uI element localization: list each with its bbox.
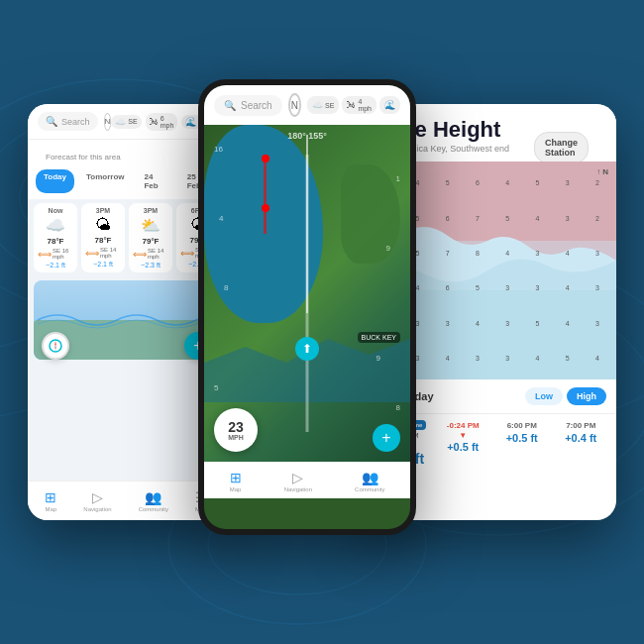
community-icon-mid: 👥 [362, 470, 378, 485]
compass-small[interactable]: N [104, 113, 112, 131]
wind-speed-3pm1: SE 14 mph [100, 247, 121, 259]
time-now: Now [49, 207, 63, 214]
wind-speed-now: SE 16 mph [53, 248, 73, 260]
tide-n3: 5 [433, 165, 463, 200]
community-label: Community [139, 506, 168, 512]
boundary-line [264, 155, 267, 234]
tide-n22: 3 [522, 236, 552, 270]
waypoint-1 [262, 155, 269, 162]
community-label-mid: Community [355, 486, 384, 492]
map-header: 🔍 Search N ☁️ SE 🌬 4 mph 🌊 [204, 85, 410, 125]
tide-n38: 5 [522, 306, 552, 341]
map-nav-icon: ⊞ [45, 489, 56, 505]
map-wind-text: 4 mph [358, 98, 372, 112]
map-screen: 🔍 Search N ☁️ SE 🌬 4 mph 🌊 [198, 79, 416, 535]
tide-height-2: +0.5 ft [447, 441, 479, 453]
tab-today[interactable]: Today [36, 169, 74, 193]
speed-number: 23 [228, 420, 244, 434]
grid-num-5: 8 [224, 283, 228, 292]
wind-speed-3pm2: SE 14 mph [148, 248, 168, 260]
icon-cloud-now: ☁️ [46, 216, 65, 235]
tide-n39: 4 [553, 306, 583, 341]
nav-nav-mid[interactable]: ▷ Navigation [284, 470, 312, 492]
wind-3pm1: ⟺ SE 14 mph [85, 247, 121, 259]
tide-n6: 5 [522, 165, 552, 200]
tide-n47: 5 [553, 341, 583, 376]
map-search-text: Search [241, 100, 272, 111]
tide-height-4: +0.4 ft [565, 432, 596, 444]
tide-n43: 4 [433, 341, 463, 376]
tab-24feb[interactable]: 24 Feb [136, 169, 174, 193]
icon-cloud-3pm2: ⛅ [141, 216, 161, 235]
grid-num-2: 1 [396, 174, 400, 183]
svg-marker-9 [54, 341, 56, 346]
grid-num-3: 4 [219, 214, 223, 223]
map-search-icon: 🔍 [224, 100, 236, 111]
tide-n15: 3 [553, 201, 583, 236]
low-button[interactable]: Low [525, 387, 563, 405]
compass-map[interactable]: N [288, 93, 301, 117]
weather-cell-3pm1: 3PM 🌤 78°F ⟺ SE 14 mph ~2.1 ft [81, 203, 125, 272]
cloud-badge: ☁️ SE [111, 115, 141, 129]
tide-time-2: -0:24 PM [447, 421, 480, 430]
tide-n45: 3 [492, 341, 522, 376]
tide-n4: 6 [463, 165, 492, 200]
grid-num-7: 5 [214, 383, 218, 392]
nav-navigation-left[interactable]: ▷ Navigation [83, 489, 111, 512]
nav-map-left[interactable]: ⊞ Map [45, 489, 56, 512]
nav-nav-label: Navigation [83, 506, 111, 512]
map-tide-badge: 🌊 [379, 96, 400, 114]
nav-community-mid[interactable]: 👥 Community [355, 470, 384, 492]
tide-n11: 6 [433, 201, 463, 236]
tab-tomorrow[interactable]: Tomorrow [78, 169, 133, 193]
tide-n19: 7 [433, 236, 463, 270]
grid-num-8: 8 [396, 403, 400, 412]
tide-n16: 2 [583, 201, 612, 236]
nav-map-mid[interactable]: ⊞ Map [230, 470, 242, 492]
map-weather-badges: ☁️ SE 🌬 4 mph 🌊 [307, 96, 400, 114]
wind-arrow-6pm: ⟺ [180, 248, 194, 259]
compass-button[interactable] [42, 332, 69, 360]
waypoint-2 [262, 204, 269, 212]
temp-3pm2: 79°F [143, 237, 160, 246]
nav-icon-mid: ▷ [292, 470, 303, 485]
speed-unit: MPH [228, 434, 244, 441]
high-button[interactable]: High [567, 387, 606, 405]
tide-n29: 3 [492, 270, 522, 305]
grid-num-6: 9 [376, 354, 380, 363]
tide-cell-3: 6:00 PM +0.5 ft [494, 420, 550, 467]
tide-n46: 4 [522, 341, 552, 376]
map-tide-icon: 🌊 [384, 100, 395, 110]
wind-3pm2: ⟺ SE 14 mph [133, 248, 168, 260]
tide-n37: 3 [492, 306, 522, 341]
tide-n5: 4 [492, 165, 522, 200]
compass-label: N [105, 117, 111, 126]
map-icon-mid: ⊞ [230, 470, 242, 485]
nav-bar-left: ⊞ Map ▷ Navigation 👥 Community ☰ More [28, 481, 226, 520]
speed-display: 23 MPH [214, 408, 258, 452]
tide-n24: 3 [583, 236, 612, 270]
tide-n35: 3 [433, 306, 463, 341]
map-search-bar[interactable]: 🔍 Search [214, 95, 282, 116]
grid-num-1: 16 [214, 145, 223, 154]
tide-n23: 4 [553, 236, 583, 270]
weather-search-text: Search [61, 117, 90, 127]
day-tabs: Today Tomorrow 24 Feb 25 Feb [28, 165, 226, 199]
wind-arrow-now: ⟺ [38, 249, 52, 260]
course-line [306, 135, 308, 313]
tide-toggle: Low High [525, 387, 606, 405]
time-3pm2: 3PM [144, 207, 158, 214]
nav-label-mid: Navigation [284, 486, 312, 492]
tide-cell-4: 7:00 PM +0.4 ft [554, 420, 609, 467]
map-cloud-badge: ☁️ SE [307, 96, 339, 114]
nav-community-left[interactable]: 👥 Community [139, 489, 168, 512]
svg-marker-10 [54, 346, 56, 351]
nav-bar-map: ⊞ Map ▷ Navigation 👥 Community [204, 462, 410, 498]
tide-n28: 5 [463, 270, 492, 305]
weather-search-bar[interactable]: 🔍 Search [38, 112, 98, 131]
map-content[interactable]: 180° 155° 16 1 4 9 8 9 5 8 ⬆ [204, 125, 410, 462]
nav-map-label: Map [46, 506, 57, 512]
weather-screen: 🔍 Search N ☁️ SE 🌬 6 mph 🌊 Tides [28, 104, 226, 520]
plus-button-map[interactable]: + [373, 424, 400, 452]
change-station-button[interactable]: Change Station [534, 132, 589, 163]
